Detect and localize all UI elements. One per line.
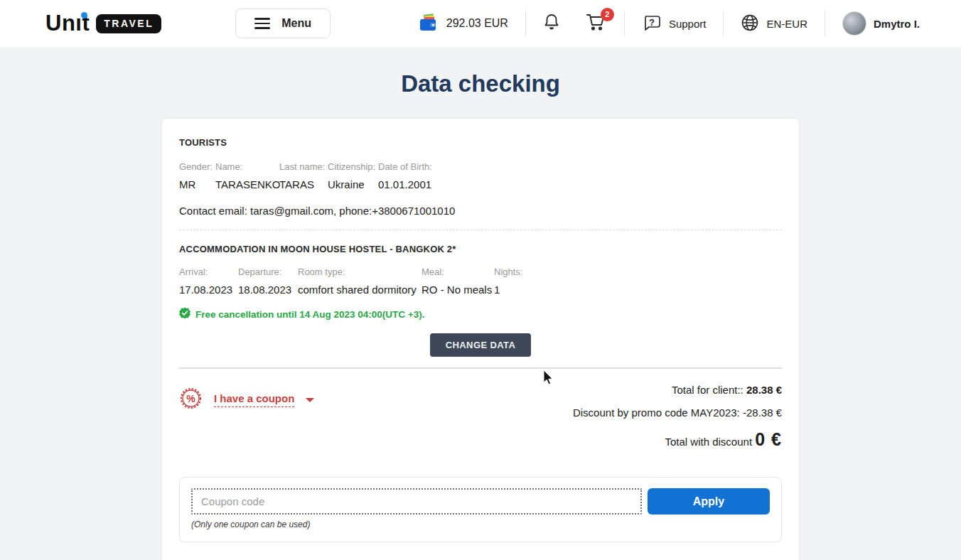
change-data-button[interactable]: CHANGE DATA	[430, 333, 532, 357]
solid-separator	[179, 367, 782, 369]
column-header: Room type:	[298, 266, 422, 284]
logo[interactable]: Unıt TRAVEL	[45, 11, 161, 36]
tourist-dob: 01.01.2001	[378, 178, 782, 190]
percent-seal-icon: %	[179, 387, 203, 413]
chevron-down-icon	[306, 398, 314, 402]
svg-text:%: %	[186, 392, 195, 404]
tourist-gender: MR	[179, 178, 215, 190]
promo-discount-value: -28.38 €	[743, 406, 782, 419]
coupon-box: Apply (Only one coupon can be used)	[179, 477, 782, 542]
language-label: EN-EUR	[766, 18, 807, 30]
meal-type: RO - No meals	[422, 284, 494, 296]
tourists-section-title: TOURISTS	[179, 137, 782, 148]
column-header: Nights:	[494, 266, 782, 284]
free-cancellation-note: Free cancellation until 14 Aug 2023 04:0…	[179, 307, 782, 321]
notifications-button[interactable]	[543, 13, 560, 34]
header-divider	[723, 11, 724, 36]
free-cancellation-text: Free cancellation until 14 Aug 2023 04:0…	[195, 309, 424, 320]
user-name: Dmytro I.	[874, 18, 920, 30]
svg-text:?: ?	[649, 16, 655, 27]
total-for-client: Total for client:: 28.38 €	[573, 384, 782, 396]
support-label: Support	[669, 18, 707, 30]
tourist-citizenship: Ukraine	[328, 178, 378, 190]
language-selector[interactable]: EN-EUR	[741, 14, 807, 34]
logo-blue-dot	[81, 12, 87, 18]
hamburger-icon	[254, 18, 270, 29]
tourist-last-name: TARAS	[279, 178, 328, 190]
header-divider	[825, 11, 825, 36]
nights-count: 1	[494, 284, 782, 296]
header-divider	[624, 11, 625, 36]
cart-button[interactable]: 2	[586, 13, 607, 35]
coupon-code-input[interactable]	[191, 488, 642, 515]
dashed-separator	[179, 230, 782, 230]
tourist-name: TARASENKO	[215, 178, 279, 190]
contact-info: Contact email: taras@gmail.com, phone:+3…	[179, 205, 782, 217]
total-with-discount: Total with discount 0 €	[573, 429, 782, 450]
header-right: 292.03 EUR 2	[418, 11, 920, 36]
column-header: Departure:	[238, 266, 298, 284]
total-with-discount-value: 0 €	[755, 429, 782, 449]
coupon-toggle[interactable]: % I have a coupon	[179, 387, 314, 411]
menu-label: Menu	[281, 17, 311, 30]
logo-travel-badge: TRAVEL	[96, 14, 161, 33]
globe-icon	[741, 14, 759, 34]
avatar	[842, 11, 866, 36]
coupon-toggle-label: I have a coupon	[214, 392, 294, 407]
shield-check-icon	[179, 307, 190, 321]
wallet-icon	[418, 14, 439, 34]
wallet-amount: 292.03 EUR	[446, 17, 508, 30]
apply-coupon-button[interactable]: Apply	[648, 488, 770, 515]
departure-date: 18.08.2023	[238, 284, 298, 296]
room-type: comfort shared dormitory	[298, 284, 422, 296]
top-header: Unıt TRAVEL Menu 292.03 EUR	[0, 0, 961, 47]
column-header: Meal:	[422, 266, 494, 284]
total-for-client-value: 28.38 €	[746, 384, 782, 396]
column-header: Gender:	[179, 161, 215, 178]
support-chat-icon: ?	[642, 14, 662, 34]
wallet-balance[interactable]: 292.03 EUR	[418, 14, 508, 34]
accommodation-section-title: ACCOMMODATION IN MOON HOUSE HOSTEL - BAN…	[179, 244, 782, 254]
column-header: Name:	[215, 161, 279, 178]
column-header: Citizenship:	[328, 161, 378, 178]
totals-summary: Total for client:: 28.38 € Discount by p…	[573, 384, 782, 450]
column-header: Date of Birth:	[378, 161, 782, 178]
support-button[interactable]: ? Support	[642, 14, 707, 34]
promo-discount: Discount by promo code MAY2023: -28.38 €	[573, 406, 782, 419]
accommodation-table: Arrival: Departure: Room type: Meal: Nig…	[179, 266, 782, 296]
page-title: Data checking	[0, 70, 961, 97]
user-menu[interactable]: Dmytro I.	[842, 11, 920, 36]
menu-button[interactable]: Menu	[235, 9, 331, 38]
booking-card: TOURISTS Gender: Name: Last name: Citize…	[161, 118, 800, 560]
arrival-date: 17.08.2023	[179, 284, 238, 296]
logo-text: Unıt	[45, 11, 90, 36]
column-header: Last name:	[279, 161, 328, 178]
header-divider	[525, 11, 526, 36]
coupon-note: (Only one coupon can be used)	[191, 519, 770, 529]
tourists-table: Gender: Name: Last name: Citizenship: Da…	[179, 161, 782, 190]
column-header: Arrival:	[179, 266, 238, 284]
bell-icon	[543, 13, 560, 34]
cart-count-badge: 2	[601, 8, 614, 21]
